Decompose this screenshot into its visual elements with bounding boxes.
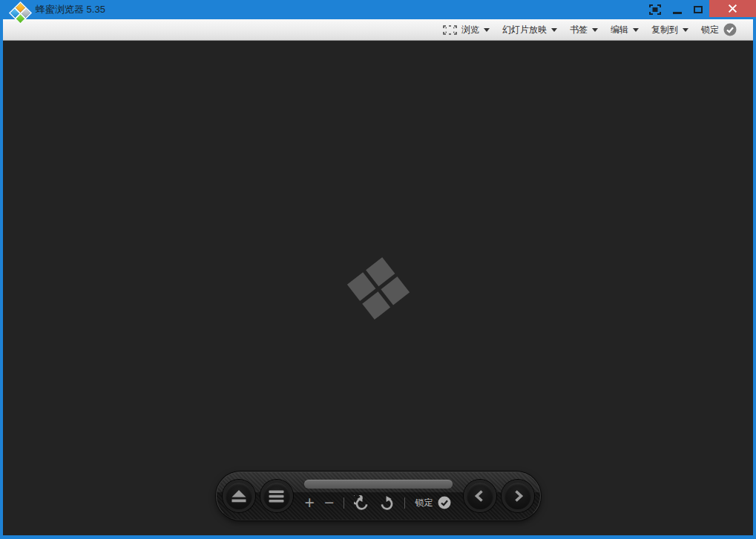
menu-copy-to-label: 复制到 [651, 24, 678, 36]
divider [404, 497, 405, 509]
image-viewer-canvas: + − [3, 41, 753, 535]
zoom-in-button[interactable]: + [305, 495, 315, 512]
menu-slideshow-label: 幻灯片放映 [502, 24, 547, 36]
viewport-icon [443, 25, 457, 35]
rotate-ccw-button[interactable] [354, 495, 369, 511]
menu-icon [269, 490, 284, 503]
toolbar-lock-toggle[interactable]: 锁定 [701, 23, 737, 36]
window-title: 蜂蜜浏览器 5.35 [36, 0, 105, 19]
previous-button[interactable] [464, 480, 496, 512]
fullscreen-icon [649, 4, 661, 15]
bottom-bar-center: + − [293, 472, 464, 520]
eject-icon [231, 489, 247, 503]
toolbar: 浏览 幻灯片放映 书签 编辑 复制到 锁定 [3, 19, 753, 41]
divider [344, 497, 344, 509]
rotate-cw-button[interactable] [379, 495, 395, 511]
dropdown-arrow-icon [592, 28, 598, 32]
rotate-cw-icon [379, 495, 395, 511]
next-button[interactable] [502, 480, 534, 512]
app-logo-icon [9, 1, 31, 24]
dropdown-arrow-icon [551, 28, 557, 32]
bottom-control-bar: + − [216, 472, 541, 520]
dropdown-arrow-icon [683, 28, 688, 32]
zoom-out-button[interactable]: − [324, 495, 334, 512]
dropdown-arrow-icon [484, 28, 490, 32]
minimize-button[interactable] [668, 0, 687, 19]
check-circle-icon [438, 496, 451, 509]
bar-lock-label: 锁定 [415, 497, 433, 509]
window-controls [642, 0, 756, 19]
maximize-button[interactable] [687, 0, 709, 19]
close-icon [728, 4, 737, 13]
close-button[interactable] [709, 0, 756, 17]
eject-button[interactable] [223, 480, 255, 512]
menu-button[interactable] [260, 480, 293, 512]
zoom-slider[interactable] [304, 480, 453, 489]
toolbar-lock-label: 锁定 [701, 24, 719, 36]
control-row: + − [305, 492, 452, 513]
next-icon [510, 489, 525, 503]
maximize-icon [694, 6, 703, 13]
fullscreen-button[interactable] [642, 0, 668, 19]
menu-bookmarks-label: 书签 [570, 24, 588, 36]
menu-edit-label: 编辑 [611, 24, 628, 36]
four-diamonds-logo [346, 257, 409, 319]
menu-browse[interactable]: 浏览 [443, 24, 490, 36]
titlebar: 蜂蜜浏览器 5.35 [0, 0, 756, 19]
app-window: 蜂蜜浏览器 5.35 [0, 0, 756, 539]
prev-icon [473, 489, 487, 503]
bar-lock-toggle[interactable]: 锁定 [415, 496, 451, 509]
menu-slideshow[interactable]: 幻灯片放映 [502, 24, 557, 36]
menu-bookmarks[interactable]: 书签 [570, 24, 598, 36]
menu-copy-to[interactable]: 复制到 [651, 24, 688, 36]
menu-browse-label: 浏览 [461, 24, 479, 36]
rotate-ccw-icon [354, 495, 369, 511]
menu-edit[interactable]: 编辑 [611, 24, 639, 36]
minimize-icon [673, 12, 682, 14]
check-circle-icon [723, 23, 737, 36]
dropdown-arrow-icon [633, 28, 639, 32]
